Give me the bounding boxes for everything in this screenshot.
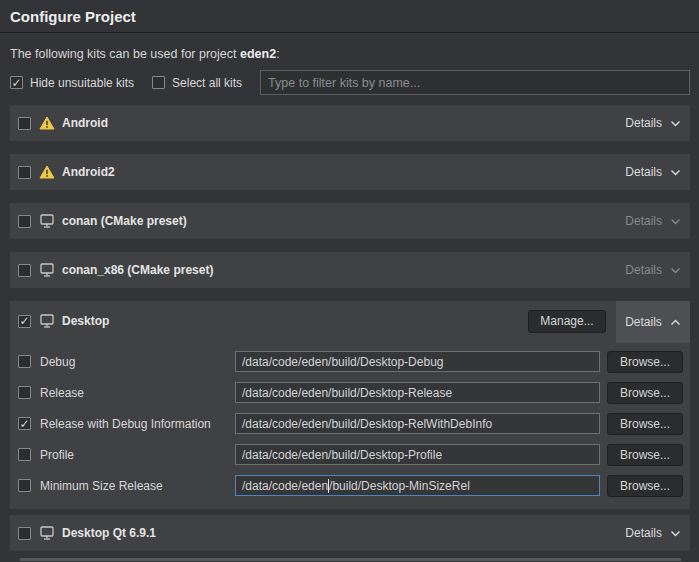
kit-checkbox[interactable] xyxy=(18,264,31,277)
warning-icon xyxy=(39,116,55,130)
kit-checkbox[interactable] xyxy=(18,215,31,228)
build-dir-input[interactable] xyxy=(235,351,600,372)
kits-intro-text: The following kits can be used for proje… xyxy=(10,47,689,61)
details-label: Details xyxy=(625,165,662,179)
config-label: Minimum Size Release xyxy=(40,479,235,493)
chevron-down-icon xyxy=(670,218,681,225)
kit-row-desktop-qt[interactable]: Desktop Qt 6.9.1 Details xyxy=(10,515,690,551)
project-name: eden2 xyxy=(240,47,276,61)
kit-name: conan_x86 (CMake preset) xyxy=(62,263,213,277)
build-dir-input-focused[interactable]: /data/code/eden/build/Desktop-MinSizeRel xyxy=(235,475,600,496)
monitor-icon xyxy=(39,263,55,277)
kit-row-android[interactable]: Android Details xyxy=(10,105,690,141)
kit-row-android2[interactable]: Android2 Details xyxy=(10,154,690,190)
kit-name: conan (CMake preset) xyxy=(62,214,187,228)
select-all-kits-checkbox-group[interactable]: Select all kits xyxy=(152,76,242,90)
config-label: Debug xyxy=(40,355,235,369)
details-toggle[interactable]: Details xyxy=(625,526,681,540)
build-config-row-release: Release Browse... xyxy=(10,377,690,408)
build-dir-input[interactable] xyxy=(235,413,600,434)
subtitle-suffix: : xyxy=(276,47,279,61)
browse-button[interactable]: Browse... xyxy=(607,475,683,497)
hide-unsuitable-kits-checkbox[interactable]: ✓ xyxy=(10,76,23,89)
browse-button[interactable]: Browse... xyxy=(607,444,683,466)
config-checkbox[interactable] xyxy=(18,386,31,399)
kit-name: Android xyxy=(62,116,108,130)
build-config-row-profile: Profile Browse... xyxy=(10,439,690,470)
warning-icon xyxy=(39,165,55,179)
config-label: Profile xyxy=(40,448,235,462)
kit-filter-input[interactable] xyxy=(260,70,690,95)
path-text-after-cursor: /build/Desktop-MinSizeRel xyxy=(329,479,470,493)
kit-section-desktop: ✓ Desktop Manage... Details Debug Browse… xyxy=(10,301,690,509)
chevron-down-icon xyxy=(670,169,681,176)
config-checkbox[interactable] xyxy=(18,355,31,368)
kit-row-conan-x86[interactable]: conan_x86 (CMake preset) Details xyxy=(10,252,690,288)
next-kit-row-partial xyxy=(20,558,681,561)
kit-list: Android Details Android2 Details conan (… xyxy=(10,105,690,561)
kit-filter-controls: ✓ Hide unsuitable kits Select all kits xyxy=(10,70,690,95)
config-label: Release with Debug Information xyxy=(40,417,235,431)
config-checkbox[interactable]: ✓ xyxy=(18,417,31,430)
monitor-icon xyxy=(39,214,55,228)
build-dir-input[interactable] xyxy=(235,382,600,403)
kit-checkbox[interactable] xyxy=(18,166,31,179)
chevron-up-icon xyxy=(670,319,681,326)
select-all-kits-label: Select all kits xyxy=(172,76,242,90)
chevron-down-icon xyxy=(670,530,681,537)
checkmark-icon: ✓ xyxy=(19,418,29,430)
hide-unsuitable-kits-label: Hide unsuitable kits xyxy=(30,76,134,90)
chevron-down-icon xyxy=(670,120,681,127)
details-label: Details xyxy=(625,116,662,130)
browse-button[interactable]: Browse... xyxy=(607,351,683,373)
kit-checkbox[interactable] xyxy=(18,527,31,540)
details-label: Details xyxy=(625,263,662,277)
details-toggle: Details xyxy=(625,214,681,228)
build-config-list: Debug Browse... Release Browse... ✓ Rele… xyxy=(10,341,690,509)
browse-button[interactable]: Browse... xyxy=(607,413,683,435)
checkmark-icon: ✓ xyxy=(11,77,21,89)
details-label: Details xyxy=(625,526,662,540)
kit-name: Android2 xyxy=(62,165,115,179)
details-toggle[interactable]: Details xyxy=(625,116,681,130)
kit-checkbox[interactable] xyxy=(18,117,31,130)
subtitle-prefix: The following kits can be used for proje… xyxy=(10,47,240,61)
details-toggle-expanded[interactable]: Details xyxy=(616,301,690,343)
monitor-icon xyxy=(39,526,55,540)
select-all-kits-checkbox[interactable] xyxy=(152,76,165,89)
checkmark-icon: ✓ xyxy=(19,315,29,327)
kit-name: Desktop xyxy=(62,314,109,328)
monitor-icon xyxy=(39,314,55,328)
manage-kits-button[interactable]: Manage... xyxy=(528,310,606,333)
kit-row-desktop[interactable]: ✓ Desktop Manage... Details xyxy=(10,301,690,341)
config-label: Release xyxy=(40,386,235,400)
details-toggle: Details xyxy=(625,263,681,277)
build-config-row-debug: Debug Browse... xyxy=(10,346,690,377)
kit-name: Desktop Qt 6.9.1 xyxy=(62,526,156,540)
chevron-down-icon xyxy=(670,267,681,274)
config-checkbox[interactable] xyxy=(18,448,31,461)
kit-checkbox[interactable]: ✓ xyxy=(18,315,31,328)
config-checkbox[interactable] xyxy=(18,479,31,492)
title-bar: Configure Project xyxy=(0,0,699,33)
page-title: Configure Project xyxy=(10,8,689,25)
kit-row-conan[interactable]: conan (CMake preset) Details xyxy=(10,203,690,239)
details-label: Details xyxy=(625,315,662,329)
details-label: Details xyxy=(625,214,662,228)
build-config-row-relwithdebinfo: ✓ Release with Debug Information Browse.… xyxy=(10,408,690,439)
browse-button[interactable]: Browse... xyxy=(607,382,683,404)
hide-unsuitable-kits-checkbox-group[interactable]: ✓ Hide unsuitable kits xyxy=(10,76,134,90)
build-dir-input[interactable] xyxy=(235,444,600,465)
path-text-before-cursor: /data/code/eden xyxy=(242,479,328,493)
build-config-row-minsizerel: Minimum Size Release /data/code/eden/bui… xyxy=(10,470,690,501)
details-toggle[interactable]: Details xyxy=(625,165,681,179)
